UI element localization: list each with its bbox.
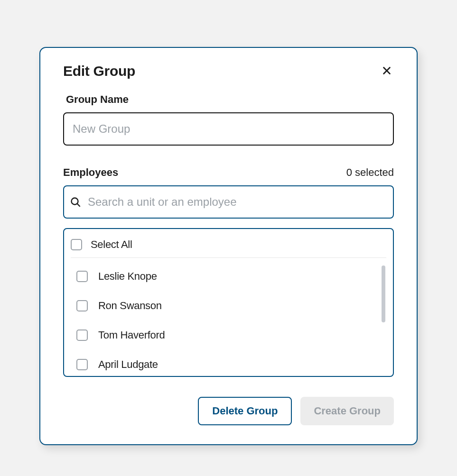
employee-row[interactable]: Ron Swanson [71,291,386,320]
create-group-button[interactable]: Create Group [300,397,394,425]
employee-checkbox[interactable] [76,359,88,370]
employee-search-input[interactable] [63,185,394,219]
employee-name: Ron Swanson [98,300,162,312]
edit-group-modal: Edit Group Group Name Employees 0 select… [39,47,418,445]
employee-row[interactable]: Tom Haverford [71,320,386,350]
modal-title: Edit Group [63,63,135,79]
group-name-input[interactable] [63,112,394,146]
employee-checkbox[interactable] [76,330,88,341]
group-name-label: Group Name [66,93,394,106]
employee-row[interactable]: April Ludgate [71,350,386,375]
scrollbar-thumb[interactable] [382,265,385,322]
employee-row[interactable]: Leslie Knope [71,262,386,291]
employees-header: Employees 0 selected [63,166,394,179]
employee-name: Tom Haverford [98,329,165,341]
delete-group-button[interactable]: Delete Group [198,397,292,425]
select-all-checkbox[interactable] [71,239,82,250]
employee-list[interactable]: Leslie Knope Ron Swanson Tom Haverford A… [71,262,386,375]
search-wrapper [63,185,394,219]
employee-checkbox[interactable] [76,271,88,282]
close-button[interactable] [380,64,394,79]
select-all-row[interactable]: Select All [71,236,386,258]
close-icon [382,65,392,77]
employee-name: Leslie Knope [98,270,157,283]
employee-checkbox[interactable] [76,300,88,311]
modal-header: Edit Group [63,63,394,79]
employee-name: April Ludgate [98,358,158,371]
select-all-label: Select All [91,238,132,251]
employee-list-box: Select All Leslie Knope Ron Swanson Tom … [63,228,394,377]
employees-label: Employees [63,166,118,179]
selected-count: 0 selected [346,166,394,179]
modal-footer: Delete Group Create Group [63,397,394,425]
